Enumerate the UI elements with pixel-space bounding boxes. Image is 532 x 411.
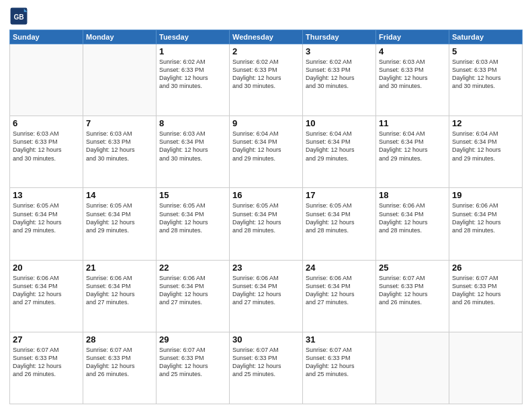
day-number: 13	[13, 190, 80, 200]
calendar-table: SundayMondayTuesdayWednesdayThursdayFrid…	[9, 30, 523, 404]
calendar-cell: 16Sunrise: 6:05 AM Sunset: 6:34 PM Dayli…	[230, 188, 303, 260]
cell-info: Sunrise: 6:03 AM Sunset: 6:34 PM Dayligh…	[159, 130, 226, 163]
logo-icon: GB	[9, 7, 28, 26]
calendar-cell: 27Sunrise: 6:07 AM Sunset: 6:33 PM Dayli…	[10, 332, 83, 404]
calendar-cell: 17Sunrise: 6:05 AM Sunset: 6:34 PM Dayli…	[303, 188, 376, 260]
cell-info: Sunrise: 6:03 AM Sunset: 6:33 PM Dayligh…	[13, 130, 80, 163]
day-number: 26	[452, 263, 519, 273]
calendar-cell: 7Sunrise: 6:03 AM Sunset: 6:33 PM Daylig…	[83, 116, 157, 188]
weekday-header: Thursday	[303, 30, 376, 44]
calendar-week-row: 1Sunrise: 6:02 AM Sunset: 6:33 PM Daylig…	[10, 44, 523, 116]
cell-info: Sunrise: 6:02 AM Sunset: 6:33 PM Dayligh…	[232, 58, 300, 91]
cell-info: Sunrise: 6:05 AM Sunset: 6:34 PM Dayligh…	[86, 201, 153, 234]
cell-info: Sunrise: 6:07 AM Sunset: 6:33 PM Dayligh…	[452, 274, 519, 307]
day-number: 28	[86, 334, 153, 345]
day-number: 7	[86, 118, 153, 128]
day-number: 1	[159, 46, 226, 56]
cell-info: Sunrise: 6:05 AM Sunset: 6:34 PM Dayligh…	[306, 201, 373, 234]
page: GB SundayMondayTuesdayWednesdayThursdayF…	[0, 0, 532, 411]
day-number: 2	[232, 46, 300, 56]
calendar-cell	[449, 332, 523, 404]
cell-info: Sunrise: 6:07 AM Sunset: 6:33 PM Dayligh…	[379, 274, 446, 307]
calendar-cell: 8Sunrise: 6:03 AM Sunset: 6:34 PM Daylig…	[157, 116, 230, 188]
calendar-cell: 30Sunrise: 6:07 AM Sunset: 6:33 PM Dayli…	[230, 332, 303, 404]
cell-info: Sunrise: 6:06 AM Sunset: 6:34 PM Dayligh…	[452, 201, 519, 234]
calendar-week-row: 20Sunrise: 6:06 AM Sunset: 6:34 PM Dayli…	[10, 260, 523, 332]
calendar-cell: 31Sunrise: 6:07 AM Sunset: 6:33 PM Dayli…	[303, 332, 376, 404]
calendar-cell: 19Sunrise: 6:06 AM Sunset: 6:34 PM Dayli…	[449, 188, 523, 260]
cell-info: Sunrise: 6:05 AM Sunset: 6:34 PM Dayligh…	[13, 201, 80, 234]
day-number: 6	[13, 118, 80, 128]
day-number: 19	[452, 190, 519, 200]
calendar-cell: 28Sunrise: 6:07 AM Sunset: 6:33 PM Dayli…	[83, 332, 157, 404]
cell-info: Sunrise: 6:06 AM Sunset: 6:34 PM Dayligh…	[232, 274, 300, 307]
day-number: 21	[86, 263, 153, 273]
day-number: 31	[306, 334, 373, 345]
cell-info: Sunrise: 6:06 AM Sunset: 6:34 PM Dayligh…	[86, 274, 153, 307]
calendar-cell: 9Sunrise: 6:04 AM Sunset: 6:34 PM Daylig…	[230, 116, 303, 188]
day-number: 25	[379, 263, 446, 273]
calendar-cell: 22Sunrise: 6:06 AM Sunset: 6:34 PM Dayli…	[157, 260, 230, 332]
day-number: 5	[452, 46, 519, 56]
day-number: 9	[232, 118, 300, 128]
weekday-header: Sunday	[10, 30, 83, 44]
day-number: 12	[452, 118, 519, 128]
calendar-cell: 13Sunrise: 6:05 AM Sunset: 6:34 PM Dayli…	[10, 188, 83, 260]
calendar-cell: 1Sunrise: 6:02 AM Sunset: 6:33 PM Daylig…	[157, 44, 230, 116]
day-number: 30	[232, 334, 300, 345]
calendar-cell: 15Sunrise: 6:05 AM Sunset: 6:34 PM Dayli…	[157, 188, 230, 260]
day-number: 4	[379, 46, 446, 56]
calendar-cell: 24Sunrise: 6:06 AM Sunset: 6:34 PM Dayli…	[303, 260, 376, 332]
calendar-cell	[376, 332, 449, 404]
calendar-week-row: 6Sunrise: 6:03 AM Sunset: 6:33 PM Daylig…	[10, 116, 523, 188]
weekday-header: Saturday	[449, 30, 523, 44]
calendar-cell: 14Sunrise: 6:05 AM Sunset: 6:34 PM Dayli…	[83, 188, 157, 260]
day-number: 16	[232, 190, 300, 200]
calendar-cell: 20Sunrise: 6:06 AM Sunset: 6:34 PM Dayli…	[10, 260, 83, 332]
cell-info: Sunrise: 6:04 AM Sunset: 6:34 PM Dayligh…	[379, 130, 446, 163]
day-number: 10	[306, 118, 373, 128]
calendar-cell	[10, 44, 83, 116]
calendar-cell: 11Sunrise: 6:04 AM Sunset: 6:34 PM Dayli…	[376, 116, 449, 188]
cell-info: Sunrise: 6:04 AM Sunset: 6:34 PM Dayligh…	[232, 130, 300, 163]
calendar-cell	[83, 44, 157, 116]
cell-info: Sunrise: 6:02 AM Sunset: 6:33 PM Dayligh…	[159, 58, 226, 91]
day-number: 24	[306, 263, 373, 273]
calendar-header-row: SundayMondayTuesdayWednesdayThursdayFrid…	[10, 30, 523, 44]
calendar-cell: 6Sunrise: 6:03 AM Sunset: 6:33 PM Daylig…	[10, 116, 83, 188]
cell-info: Sunrise: 6:04 AM Sunset: 6:34 PM Dayligh…	[306, 130, 373, 163]
calendar-cell: 2Sunrise: 6:02 AM Sunset: 6:33 PM Daylig…	[230, 44, 303, 116]
calendar-cell: 25Sunrise: 6:07 AM Sunset: 6:33 PM Dayli…	[376, 260, 449, 332]
day-number: 15	[159, 190, 226, 200]
cell-info: Sunrise: 6:06 AM Sunset: 6:34 PM Dayligh…	[13, 274, 80, 307]
cell-info: Sunrise: 6:04 AM Sunset: 6:34 PM Dayligh…	[452, 130, 519, 163]
weekday-header: Tuesday	[157, 30, 230, 44]
day-number: 23	[232, 263, 300, 273]
day-number: 27	[13, 334, 80, 345]
cell-info: Sunrise: 6:07 AM Sunset: 6:33 PM Dayligh…	[159, 346, 226, 379]
calendar-cell: 18Sunrise: 6:06 AM Sunset: 6:34 PM Dayli…	[376, 188, 449, 260]
calendar-cell: 21Sunrise: 6:06 AM Sunset: 6:34 PM Dayli…	[83, 260, 157, 332]
day-number: 17	[306, 190, 373, 200]
calendar-cell: 4Sunrise: 6:03 AM Sunset: 6:33 PM Daylig…	[376, 44, 449, 116]
calendar-cell: 10Sunrise: 6:04 AM Sunset: 6:34 PM Dayli…	[303, 116, 376, 188]
calendar-cell: 12Sunrise: 6:04 AM Sunset: 6:34 PM Dayli…	[449, 116, 523, 188]
weekday-header: Wednesday	[230, 30, 303, 44]
weekday-header: Friday	[376, 30, 449, 44]
day-number: 29	[159, 334, 226, 345]
day-number: 11	[379, 118, 446, 128]
cell-info: Sunrise: 6:07 AM Sunset: 6:33 PM Dayligh…	[232, 346, 300, 379]
cell-info: Sunrise: 6:06 AM Sunset: 6:34 PM Dayligh…	[159, 274, 226, 307]
cell-info: Sunrise: 6:05 AM Sunset: 6:34 PM Dayligh…	[159, 201, 226, 234]
calendar-cell: 29Sunrise: 6:07 AM Sunset: 6:33 PM Dayli…	[157, 332, 230, 404]
cell-info: Sunrise: 6:03 AM Sunset: 6:33 PM Dayligh…	[452, 58, 519, 91]
cell-info: Sunrise: 6:07 AM Sunset: 6:33 PM Dayligh…	[306, 346, 373, 379]
cell-info: Sunrise: 6:03 AM Sunset: 6:33 PM Dayligh…	[379, 58, 446, 91]
logo: GB	[9, 7, 31, 26]
weekday-header: Monday	[83, 30, 157, 44]
calendar-week-row: 27Sunrise: 6:07 AM Sunset: 6:33 PM Dayli…	[10, 332, 523, 404]
calendar-cell: 3Sunrise: 6:02 AM Sunset: 6:33 PM Daylig…	[303, 44, 376, 116]
cell-info: Sunrise: 6:05 AM Sunset: 6:34 PM Dayligh…	[232, 201, 300, 234]
cell-info: Sunrise: 6:07 AM Sunset: 6:33 PM Dayligh…	[13, 346, 80, 379]
cell-info: Sunrise: 6:07 AM Sunset: 6:33 PM Dayligh…	[86, 346, 153, 379]
